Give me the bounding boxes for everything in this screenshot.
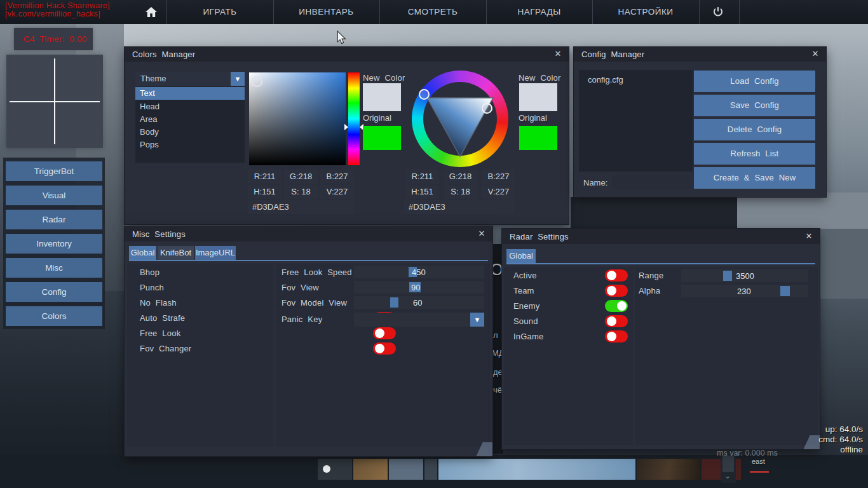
sidebar-item-triggerbot[interactable]: TriggerBot bbox=[6, 161, 102, 181]
panel-header[interactable]: Radar Settings ✕ bbox=[502, 229, 820, 244]
list-item[interactable]: Pops bbox=[140, 139, 159, 151]
chevron-down-icon[interactable]: ▼ bbox=[231, 72, 245, 86]
background-thumbnail bbox=[318, 459, 352, 480]
slider-value: 60 bbox=[413, 298, 422, 308]
slider-fov-view[interactable]: 90 bbox=[354, 281, 484, 294]
panel-title: Radar Settings bbox=[510, 232, 569, 241]
slider-handle[interactable] bbox=[780, 286, 790, 296]
value-h[interactable]: H:151 bbox=[248, 185, 281, 199]
power-icon[interactable] bbox=[712, 6, 724, 18]
background-thumbnail bbox=[424, 459, 437, 480]
slider-fov-model-view[interactable]: 60 bbox=[354, 296, 484, 309]
net-up-text: up: 64.0/s bbox=[825, 424, 863, 434]
config-name-input[interactable] bbox=[612, 175, 689, 189]
scrollbar-thumb[interactable] bbox=[722, 456, 734, 472]
top-menu-bar: ИГРАТЬ ИНВЕНТАРЬ СМОТРЕТЬ НАГРАДЫ НАСТРО… bbox=[0, 0, 868, 24]
toggle-team[interactable] bbox=[605, 285, 628, 297]
sidebar-item-misc[interactable]: Misc bbox=[6, 258, 102, 278]
delete-config-button[interactable]: Delete Config bbox=[694, 119, 815, 140]
panic-key-dropdown[interactable]: ▼ bbox=[354, 313, 484, 327]
sidebar-item-colors[interactable]: Colors bbox=[6, 306, 102, 326]
hack-brand-line1: [Vermillion Hack Shareware] bbox=[5, 1, 110, 10]
home-icon[interactable] bbox=[145, 6, 158, 18]
hue-slider[interactable] bbox=[348, 72, 360, 165]
radar-display bbox=[6, 55, 103, 148]
new-color-swatch bbox=[363, 83, 401, 111]
close-icon[interactable]: ✕ bbox=[553, 49, 563, 59]
config-file-item[interactable]: config.cfg bbox=[588, 75, 623, 85]
value-r[interactable]: R:211 bbox=[248, 170, 281, 184]
value-s[interactable]: S: 18 bbox=[444, 185, 477, 199]
value-v[interactable]: V:227 bbox=[482, 185, 515, 199]
menu-item-play[interactable]: ИГРАТЬ bbox=[166, 0, 273, 24]
value-g[interactable]: G:218 bbox=[444, 170, 477, 184]
slider-value: 230 bbox=[737, 287, 751, 296]
sidebar-item-radar[interactable]: Radar bbox=[6, 210, 102, 229]
color-gradient-square[interactable] bbox=[249, 72, 346, 165]
close-icon[interactable]: ✕ bbox=[477, 229, 487, 239]
tab-global[interactable]: Global bbox=[129, 246, 156, 260]
value-b[interactable]: B:227 bbox=[482, 170, 515, 184]
slider-handle[interactable] bbox=[390, 297, 398, 308]
value-hex[interactable]: #D3DAE3 bbox=[248, 200, 354, 214]
value-hex[interactable]: #D3DAE3 bbox=[404, 200, 515, 214]
background-scrollbar[interactable]: ⌄ bbox=[721, 454, 736, 483]
wheel-ring-marker[interactable] bbox=[419, 89, 430, 100]
list-item[interactable]: Body bbox=[140, 126, 159, 139]
tab-knifebot[interactable]: KnifeBot bbox=[158, 246, 194, 260]
list-item[interactable]: Area bbox=[140, 113, 157, 126]
wheel-triangle-marker[interactable] bbox=[482, 103, 492, 114]
tab-global[interactable]: Global bbox=[506, 249, 536, 263]
theme-dropdown[interactable]: Theme ▼ bbox=[135, 72, 245, 86]
value-b[interactable]: B:227 bbox=[320, 170, 354, 184]
slider-value: 450 bbox=[412, 268, 426, 277]
hack-brand-line2: [vk.com/vermillion_hacks] bbox=[5, 10, 100, 18]
background-panel bbox=[571, 197, 737, 229]
toggle-label: Auto Strafe bbox=[140, 313, 185, 323]
panic-key-label: Panic Key bbox=[281, 315, 322, 324]
value-r[interactable]: R:211 bbox=[405, 170, 439, 184]
toggle-ingame[interactable] bbox=[605, 330, 628, 342]
create-save-new-button[interactable]: Create & Save New bbox=[694, 167, 815, 189]
panel-header[interactable]: Misc Settings ✕ bbox=[125, 226, 492, 241]
background-thumbnail bbox=[389, 459, 423, 480]
list-item[interactable]: Head bbox=[140, 100, 159, 113]
value-v[interactable]: V:227 bbox=[320, 185, 354, 199]
list-item-selected[interactable]: Text bbox=[135, 87, 245, 100]
toggle-enemy[interactable] bbox=[605, 300, 628, 312]
background-panel bbox=[820, 229, 868, 299]
value-s[interactable]: S: 18 bbox=[284, 185, 318, 199]
slider-alpha[interactable]: 230 bbox=[681, 285, 808, 297]
toggle-sound[interactable] bbox=[605, 315, 628, 327]
panel-header[interactable]: Colors Manager ✕ bbox=[125, 47, 569, 62]
close-icon[interactable]: ✕ bbox=[804, 231, 814, 241]
refresh-list-button[interactable]: Refresh List bbox=[694, 143, 815, 165]
value-g[interactable]: G:218 bbox=[284, 170, 318, 184]
slider-free-look-speed[interactable]: 450 bbox=[354, 266, 484, 278]
sidebar-item-config[interactable]: Config bbox=[6, 282, 102, 302]
slider-handle[interactable] bbox=[723, 271, 732, 281]
load-config-button[interactable]: Load Config bbox=[694, 71, 815, 92]
tab-imageurl[interactable]: ImageURL bbox=[195, 246, 236, 260]
menu-item-watch[interactable]: СМОТРЕТЬ bbox=[379, 0, 486, 24]
save-config-button[interactable]: Save Config bbox=[694, 95, 815, 116]
close-icon[interactable]: ✕ bbox=[810, 49, 820, 59]
original-color-label: Original bbox=[519, 113, 547, 123]
menu-item-inventory[interactable]: ИНВЕНТАРЬ bbox=[273, 0, 379, 24]
slider-range[interactable]: 3500 bbox=[681, 269, 808, 282]
sidebar-item-inventory[interactable]: Inventory bbox=[6, 234, 102, 254]
menu-item-awards[interactable]: НАГРАДЫ bbox=[486, 0, 592, 24]
menu-item-settings[interactable]: НАСТРОЙКИ bbox=[592, 0, 699, 24]
chevron-down-icon[interactable]: ▼ bbox=[470, 313, 484, 327]
toggle-free-look[interactable] bbox=[373, 327, 396, 339]
panel-header[interactable]: Config Manager ✕ bbox=[574, 47, 826, 62]
background-glyph: чё bbox=[493, 385, 502, 395]
chevron-down-icon[interactable]: ⌄ bbox=[724, 471, 731, 480]
toggle-label: No Flash bbox=[140, 298, 177, 308]
toggle-fov-changer[interactable] bbox=[373, 342, 396, 355]
color-picker-marker[interactable] bbox=[252, 76, 262, 87]
toggle-active[interactable] bbox=[605, 269, 628, 281]
toggle-label: Enemy bbox=[513, 301, 539, 311]
sidebar-item-visual[interactable]: Visual bbox=[6, 186, 102, 205]
value-h[interactable]: H:151 bbox=[405, 185, 439, 199]
